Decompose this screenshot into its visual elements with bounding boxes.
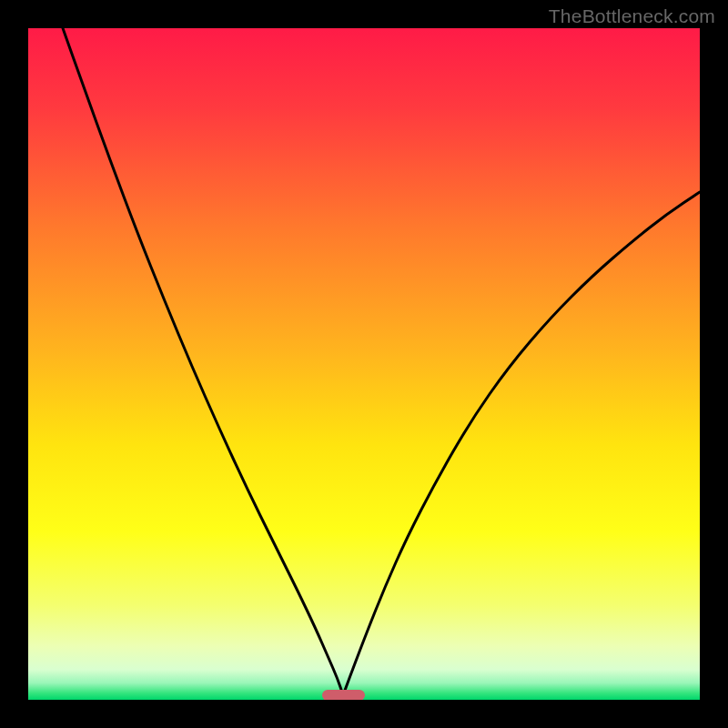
- watermark-text: TheBottleneck.com: [549, 5, 715, 27]
- minimum-marker: [322, 690, 365, 700]
- curve-right-branch: [343, 192, 700, 695]
- bottleneck-curve: [28, 28, 700, 700]
- chart-frame: TheBottleneck.com: [0, 0, 728, 728]
- plot-area: [28, 28, 700, 700]
- curve-left-branch: [63, 28, 343, 695]
